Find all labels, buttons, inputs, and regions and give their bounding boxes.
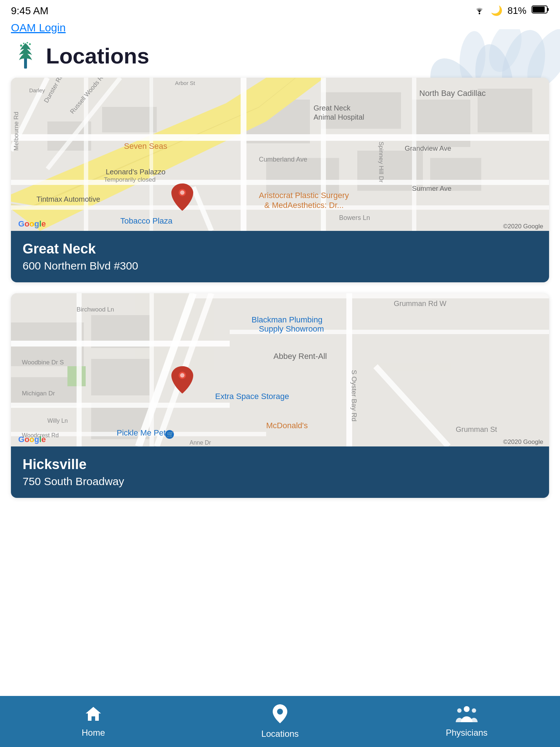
location-card-hicksville[interactable]: Blackman Plumbing Supply Showroom Abbey … bbox=[11, 293, 549, 498]
svg-rect-11 bbox=[24, 58, 27, 69]
main-content: North Bay Cadillac Great Neck Animal Hos… bbox=[0, 78, 560, 567]
nav-locations[interactable]: Locations bbox=[187, 701, 373, 743]
svg-text:©2020 Google: ©2020 Google bbox=[503, 438, 543, 445]
svg-text:Aristocrat Plastic Surgery: Aristocrat Plastic Surgery bbox=[259, 191, 349, 200]
svg-text:North Bay Cadillac: North Bay Cadillac bbox=[419, 89, 486, 98]
svg-text:Grumman St: Grumman St bbox=[456, 425, 497, 433]
nav-home[interactable]: Home bbox=[0, 702, 187, 742]
svg-text:Summer Ave: Summer Ave bbox=[412, 185, 451, 192]
svg-text:Extra Space Storage: Extra Space Storage bbox=[215, 392, 289, 401]
svg-text:McDonald's: McDonald's bbox=[266, 421, 308, 430]
svg-rect-3 bbox=[533, 7, 545, 12]
hicksville-address: 750 South Broadway bbox=[23, 475, 537, 488]
svg-rect-27 bbox=[102, 107, 157, 132]
great-neck-info: Great Neck 600 Northern Blvd #300 bbox=[11, 231, 549, 282]
svg-point-104 bbox=[180, 373, 184, 378]
oam-login-link[interactable]: OAM Login bbox=[11, 22, 66, 34]
svg-text:Bowers Ln: Bowers Ln bbox=[339, 214, 370, 221]
map-great-neck[interactable]: North Bay Cadillac Great Neck Animal Hos… bbox=[11, 78, 549, 231]
svg-text:Melbourne Rd: Melbourne Rd bbox=[13, 112, 20, 151]
hicksville-name: Hicksville bbox=[23, 457, 537, 472]
svg-point-0 bbox=[479, 13, 480, 14]
svg-text:S Oyster Bay Rd: S Oyster Bay Rd bbox=[350, 370, 358, 422]
svg-text:Abbey Rent-All: Abbey Rent-All bbox=[273, 352, 327, 361]
svg-text:Spinney Hill Dr: Spinney Hill Dr bbox=[378, 142, 385, 183]
svg-rect-77 bbox=[77, 293, 82, 446]
svg-text:Seven Seas: Seven Seas bbox=[124, 142, 167, 151]
svg-rect-36 bbox=[412, 78, 416, 231]
svg-text:Michigan Dr: Michigan Dr bbox=[22, 390, 55, 397]
svg-text:Pickle Me Pete: Pickle Me Pete bbox=[117, 428, 170, 437]
svg-point-108 bbox=[464, 706, 470, 712]
status-bar: 9:45 AM 🌙 81% bbox=[0, 0, 560, 20]
svg-point-13 bbox=[20, 44, 22, 47]
map-hicksville[interactable]: Blackman Plumbing Supply Showroom Abbey … bbox=[11, 293, 549, 446]
svg-text:Birchwood Ln: Birchwood Ln bbox=[77, 306, 114, 313]
svg-point-64 bbox=[180, 190, 184, 195]
svg-text:Anne Dr: Anne Dr bbox=[190, 440, 211, 446]
svg-rect-22 bbox=[478, 89, 532, 132]
svg-rect-71 bbox=[91, 359, 149, 395]
battery-icon bbox=[532, 5, 549, 17]
page-header: Locations bbox=[0, 38, 560, 78]
svg-text:©2020 Google: ©2020 Google bbox=[503, 223, 543, 230]
svg-text:Temporarily closed: Temporarily closed bbox=[104, 176, 156, 183]
svg-text:Willy Ln: Willy Ln bbox=[47, 418, 68, 424]
nav-home-label: Home bbox=[82, 728, 105, 738]
great-neck-address: 600 Northern Blvd #300 bbox=[23, 260, 537, 272]
svg-point-15 bbox=[23, 43, 24, 44]
svg-text:Woodbine Dr S: Woodbine Dr S bbox=[22, 359, 64, 366]
nav-physicians[interactable]: Physicians bbox=[373, 702, 560, 742]
svg-text:Animal Hospital: Animal Hospital bbox=[314, 113, 364, 121]
status-time: 9:45 AM bbox=[11, 5, 48, 17]
svg-rect-31 bbox=[11, 134, 549, 141]
svg-rect-2 bbox=[547, 8, 549, 11]
svg-text:Great Neck: Great Neck bbox=[314, 104, 351, 112]
svg-text:Tintmax Automotive: Tintmax Automotive bbox=[36, 195, 100, 203]
svg-text:Grandview Ave: Grandview Ave bbox=[405, 144, 451, 152]
svg-text:Darley: Darley bbox=[29, 87, 45, 93]
svg-point-107 bbox=[277, 709, 283, 715]
oam-login-container: OAM Login bbox=[0, 20, 560, 38]
svg-text:Blackman Plumbing: Blackman Plumbing bbox=[252, 315, 322, 324]
battery-level: 81% bbox=[508, 5, 526, 16]
svg-text:Google: Google bbox=[18, 219, 46, 228]
svg-text:Grumman Rd W: Grumman Rd W bbox=[394, 299, 447, 307]
svg-rect-83 bbox=[193, 293, 549, 298]
svg-text:& MedAesthetics: Dr...: & MedAesthetics: Dr... bbox=[264, 201, 344, 210]
status-right: 🌙 81% bbox=[473, 4, 549, 17]
great-neck-name: Great Neck bbox=[23, 241, 537, 257]
svg-rect-32 bbox=[11, 180, 549, 185]
location-card-great-neck[interactable]: North Bay Cadillac Great Neck Animal Hos… bbox=[11, 78, 549, 282]
svg-rect-38 bbox=[149, 78, 153, 231]
logo-container: Locations bbox=[11, 41, 149, 70]
wifi-icon bbox=[473, 4, 486, 17]
locations-icon bbox=[273, 704, 287, 726]
svg-text:🛒: 🛒 bbox=[167, 431, 174, 438]
svg-text:Arbor St: Arbor St bbox=[175, 80, 195, 86]
svg-text:Leonard's Palazzo: Leonard's Palazzo bbox=[106, 168, 166, 176]
svg-text:Google: Google bbox=[18, 435, 46, 444]
svg-point-14 bbox=[29, 43, 31, 45]
svg-point-110 bbox=[472, 708, 476, 713]
svg-rect-75 bbox=[11, 403, 230, 408]
svg-point-109 bbox=[457, 708, 462, 713]
svg-rect-23 bbox=[266, 158, 339, 194]
svg-point-16 bbox=[27, 42, 28, 43]
page-title: Locations bbox=[46, 43, 149, 69]
svg-text:Tobacco Plaza: Tobacco Plaza bbox=[120, 216, 173, 225]
svg-text:Cumberland Ave: Cumberland Ave bbox=[259, 156, 307, 163]
home-icon bbox=[84, 705, 102, 725]
hicksville-info: Hicksville 750 South Broadway bbox=[11, 446, 549, 498]
svg-rect-34 bbox=[241, 78, 246, 231]
bottom-nav: Home Locations Physicians bbox=[0, 696, 560, 747]
nav-locations-label: Locations bbox=[261, 729, 299, 739]
moon-icon: 🌙 bbox=[491, 5, 502, 16]
physicians-icon bbox=[456, 705, 478, 725]
svg-text:Supply Showroom: Supply Showroom bbox=[259, 324, 324, 333]
nav-physicians-label: Physicians bbox=[446, 728, 488, 738]
logo-tree-icon bbox=[11, 41, 40, 70]
